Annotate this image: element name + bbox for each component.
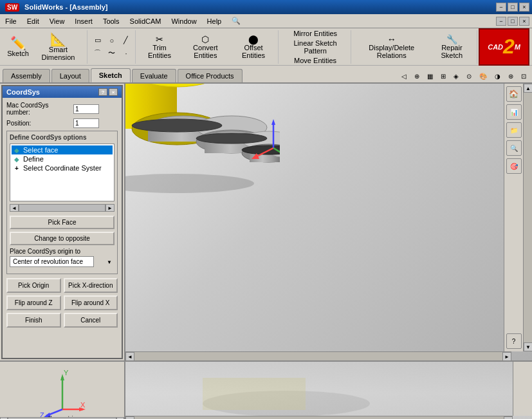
view-toolbar-btn7[interactable]: 🎨 bbox=[476, 71, 490, 81]
tab-sketch[interactable]: Sketch bbox=[91, 68, 131, 82]
help-view-button[interactable]: ? bbox=[506, 333, 522, 349]
menu-window[interactable]: Window bbox=[166, 16, 201, 26]
spline-btn[interactable]: 〜 bbox=[105, 48, 118, 59]
scroll-left-arrow[interactable]: ◄ bbox=[10, 204, 19, 212]
menu-insert[interactable]: Insert bbox=[69, 16, 98, 26]
viewport[interactable]: ◄ ► ▲ ▼ 🏠 📊 📁 🔍 🎯 ? bbox=[125, 84, 532, 360]
arc-btn[interactable]: ⌒ bbox=[91, 48, 104, 59]
mirror-button[interactable]: Mirror Entities bbox=[282, 27, 348, 40]
display-relations-button[interactable]: ↔ Display/Delete Relations bbox=[355, 33, 428, 61]
maximize-button[interactable]: □ bbox=[508, 3, 518, 12]
app-max-btn[interactable]: □ bbox=[508, 17, 518, 26]
dialog-title: CoordSys bbox=[6, 88, 40, 96]
dialog-help-button[interactable]: ? bbox=[98, 88, 107, 96]
folder-button[interactable]: 📁 bbox=[506, 122, 522, 138]
bottom-section: Y X Z *Isometric ◄ ► bbox=[0, 360, 532, 419]
view-toolbar-btn9[interactable]: ⊛ bbox=[505, 71, 517, 81]
vscroll-up-btn[interactable]: ▲ bbox=[524, 84, 532, 93]
mac-coordsys-input[interactable]: 1 bbox=[73, 104, 99, 114]
hscroll-left-btn[interactable]: ◄ bbox=[125, 352, 134, 360]
position-input[interactable]: 1 bbox=[73, 118, 99, 128]
move-button[interactable]: Move Entities bbox=[282, 54, 348, 67]
bottom-right-hscroll[interactable]: ◄ ► bbox=[125, 416, 513, 419]
tab-office-products[interactable]: Office Products bbox=[178, 69, 243, 82]
vscroll-track[interactable] bbox=[524, 93, 532, 342]
cad2m-two: 2 bbox=[503, 35, 515, 59]
view-toolbar-btn3[interactable]: ▦ bbox=[424, 71, 436, 81]
app-min-btn[interactable]: − bbox=[496, 17, 506, 26]
convert-button[interactable]: ⬡ Convert Entities bbox=[181, 33, 230, 61]
line-btn[interactable]: ╱ bbox=[120, 35, 133, 46]
menu-file[interactable]: File bbox=[0, 16, 22, 26]
pick-x-direction-button[interactable]: Pick X-direction bbox=[64, 278, 118, 293]
view-toolbar-btn8[interactable]: ◑ bbox=[491, 71, 504, 81]
tab-evaluate[interactable]: Evaluate bbox=[132, 69, 176, 82]
home-view-button[interactable]: 🏠 bbox=[506, 86, 522, 102]
minimize-button[interactable]: − bbox=[496, 3, 506, 12]
tab-layout[interactable]: Layout bbox=[51, 69, 89, 82]
smart-dimension-button[interactable]: 📐 Smart Dimension bbox=[32, 33, 84, 61]
dialog-close-button[interactable]: × bbox=[109, 88, 118, 96]
viewport-vscroll[interactable]: ▲ ▼ bbox=[523, 84, 532, 351]
define-group: Define CoordSys options ◆ Select face ◆ … bbox=[6, 131, 118, 274]
app-close-btn[interactable]: × bbox=[519, 17, 529, 26]
point-icon: · bbox=[125, 50, 127, 57]
circle-btn[interactable]: ○ bbox=[105, 35, 118, 46]
mirror-section: Mirror Entities Linear Sketch Pattern Mo… bbox=[280, 30, 351, 64]
br-hscroll-right[interactable]: ► bbox=[504, 416, 513, 419]
hscroll-right-btn[interactable]: ► bbox=[502, 352, 511, 360]
target-button[interactable]: 🎯 bbox=[506, 158, 522, 174]
options-list[interactable]: ◆ Select face ◆ Define + Select Coordina… bbox=[10, 144, 115, 201]
offset-button[interactable]: ⬤ Offset Entities bbox=[232, 33, 276, 61]
view-toolbar-btn10[interactable]: ⊡ bbox=[518, 71, 529, 81]
view-toolbar-btn6[interactable]: ⊙ bbox=[463, 71, 475, 81]
tab-assembly[interactable]: Assembly bbox=[3, 69, 50, 82]
place-dropdown[interactable]: Center of revolution face Origin Other bbox=[10, 256, 94, 267]
view-toolbar-btn5[interactable]: ◈ bbox=[450, 71, 462, 81]
menu-solidcam[interactable]: SolidCAM bbox=[125, 16, 167, 26]
br-hscroll-left[interactable]: ◄ bbox=[125, 416, 134, 419]
trim-icon: ✂ bbox=[156, 35, 163, 44]
view-toolbar-btn4[interactable]: ⊞ bbox=[437, 71, 449, 81]
list-item-define[interactable]: ◆ Define bbox=[12, 154, 113, 163]
mac-coordsys-label: Mac CoordSys number: bbox=[6, 102, 71, 116]
viewport-hscroll[interactable]: ◄ ► bbox=[125, 351, 511, 360]
menu-tools[interactable]: Tools bbox=[98, 16, 125, 26]
close-button[interactable]: × bbox=[519, 3, 529, 12]
trim-button[interactable]: ✂ Trim Entities bbox=[140, 33, 179, 61]
repair-button[interactable]: 🔧 Repair Sketch bbox=[430, 33, 475, 61]
flip-around-x-button[interactable]: Flip around X bbox=[64, 295, 118, 310]
trim-label: Trim Entities bbox=[143, 44, 176, 59]
sketch-button[interactable]: ✏️ Sketch bbox=[5, 33, 31, 61]
sketch-section: ✏️ Sketch 📐 Smart Dimension bbox=[3, 30, 87, 64]
hscroll-track[interactable] bbox=[134, 352, 502, 360]
pick-origin-button[interactable]: Pick Origin bbox=[6, 278, 61, 293]
br-hscroll-track[interactable] bbox=[134, 416, 504, 419]
finish-button[interactable]: Finish bbox=[6, 313, 61, 328]
cancel-button[interactable]: Cancel bbox=[64, 313, 118, 328]
scroll-track-h[interactable] bbox=[19, 204, 105, 212]
view-toolbar-btn2[interactable]: ⊕ bbox=[411, 71, 423, 81]
vscroll-down-btn[interactable]: ▼ bbox=[524, 342, 532, 351]
title-bar-controls: − □ × bbox=[496, 3, 529, 12]
rect-btn[interactable]: ▭ bbox=[91, 35, 104, 46]
list-item-select-coord[interactable]: + Select Coordinate Syster bbox=[12, 163, 113, 172]
scroll-right-arrow[interactable]: ► bbox=[105, 204, 115, 212]
sketch-label: Sketch bbox=[7, 50, 29, 57]
menu-edit[interactable]: Edit bbox=[22, 16, 44, 26]
change-opposite-button[interactable]: Change to opposite bbox=[10, 232, 115, 245]
pick-buttons-row: Pick Origin Pick X-direction bbox=[6, 278, 118, 293]
linear-button[interactable]: Linear Sketch Pattern bbox=[282, 41, 348, 53]
zoom-button[interactable]: 🔍 bbox=[506, 140, 522, 156]
view-toolbar-btn[interactable]: ◁ bbox=[398, 71, 410, 81]
menu-view[interactable]: View bbox=[44, 16, 70, 26]
svg-point-18 bbox=[196, 133, 267, 144]
menu-help[interactable]: Help bbox=[202, 16, 227, 26]
menu-search[interactable]: 🔍 bbox=[226, 15, 246, 26]
pick-face-button[interactable]: Pick Face bbox=[10, 216, 115, 229]
list-item-select-face[interactable]: ◆ Select face bbox=[12, 145, 113, 154]
tabs-row: Assembly Layout Sketch Evaluate Office P… bbox=[0, 66, 532, 84]
point-btn[interactable]: · bbox=[120, 48, 133, 59]
chart-button[interactable]: 📊 bbox=[506, 104, 522, 120]
flip-around-z-button[interactable]: Flip around Z bbox=[6, 295, 61, 310]
